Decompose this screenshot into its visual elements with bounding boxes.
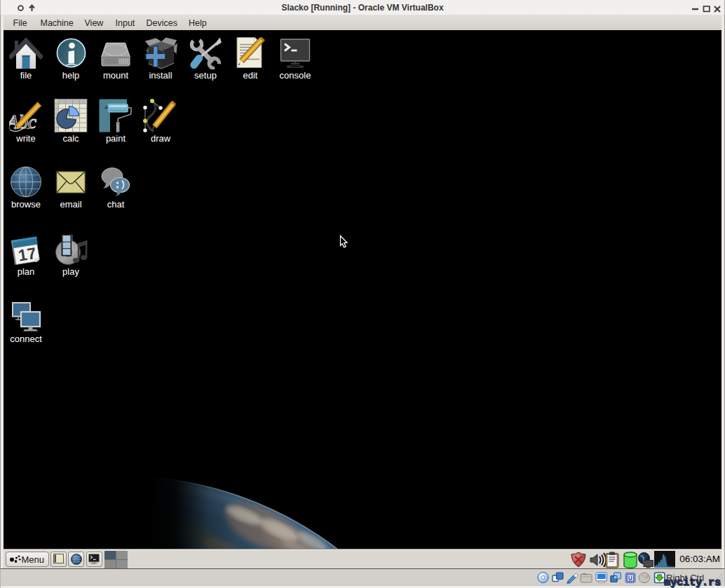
svg-text:17: 17 — [17, 244, 37, 265]
